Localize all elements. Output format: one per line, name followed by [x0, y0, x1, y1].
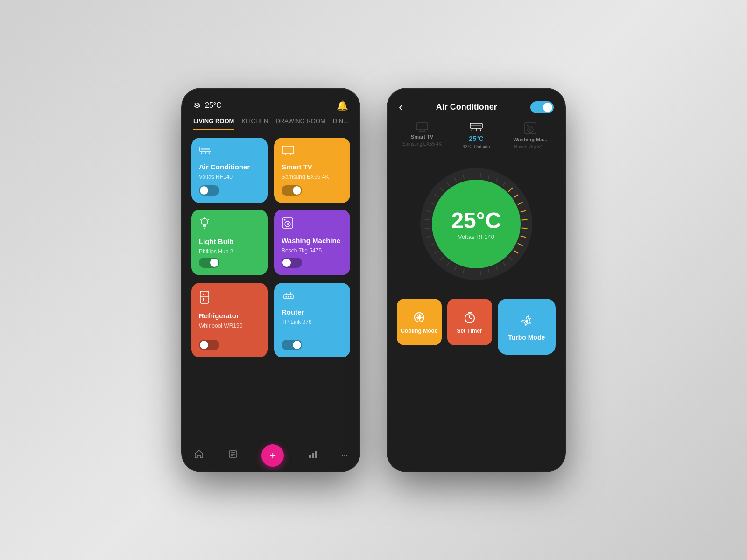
tab-living-room[interactable]: LIVING ROOM [193, 118, 234, 130]
fridge-name: Refrigerator [199, 312, 260, 320]
router-name: Router [282, 308, 343, 316]
page-title: Air Conditioner [436, 102, 497, 112]
nav-stats-icon[interactable] [308, 449, 318, 462]
bulb-toggle[interactable] [199, 258, 219, 268]
mini-device-ac[interactable]: 25°C 42°C Outside [449, 122, 503, 149]
weather-display: ❄ 25°C [193, 100, 222, 111]
svg-rect-4 [201, 148, 210, 150]
router-icon [282, 290, 343, 303]
svg-rect-35 [312, 453, 314, 458]
svg-point-95 [525, 320, 528, 323]
device-card-washing[interactable]: Washing Machine Bosch 7kg 5475 [274, 210, 350, 275]
thermostat-outer[interactable]: 25°C Voltas RF140 [420, 168, 532, 280]
bottom-devices: Refrigerator Whirlpool WR190 [182, 283, 359, 357]
washing-toggle[interactable] [282, 258, 302, 268]
svg-line-53 [521, 211, 526, 212]
tab-drawing-room[interactable]: DRAWING ROOM [275, 118, 325, 130]
svg-point-48 [529, 129, 531, 131]
svg-line-1 [201, 152, 202, 154]
svg-rect-37 [416, 123, 428, 130]
ac-model: Voltas RF140 [199, 174, 260, 180]
timer-mode-button[interactable]: Set Timer [447, 299, 492, 345]
mini-tv-sub: Samsung EX55 4K [402, 141, 442, 147]
bulb-name: Light Bulb [199, 238, 260, 245]
left-header: ❄ 25°C 🔔 [182, 89, 359, 116]
tv-model: Samsung EX55 4K [282, 174, 343, 180]
fridge-icon [199, 290, 260, 307]
bulb-model: Phillips Hue 2 [199, 248, 260, 255]
device-card-fridge[interactable]: Refrigerator Whirlpool WR190 [191, 283, 268, 357]
svg-line-81 [472, 173, 472, 177]
turbo-mode-label: Turbo Mode [508, 334, 545, 341]
svg-line-79 [455, 177, 457, 182]
svg-point-19 [284, 219, 286, 221]
tv-toggle[interactable] [282, 185, 302, 196]
svg-line-69 [434, 251, 438, 253]
cooling-mode-label: Cooling Mode [401, 328, 437, 334]
svg-line-62 [488, 269, 490, 274]
svg-rect-36 [315, 451, 317, 458]
svg-line-82 [480, 173, 481, 177]
mini-ac-temp: 25°C [469, 135, 483, 142]
svg-line-71 [427, 236, 431, 238]
svg-line-73 [425, 219, 430, 220]
nav-list-icon[interactable] [228, 449, 238, 462]
svg-line-55 [522, 228, 528, 229]
svg-rect-45 [471, 125, 481, 126]
svg-line-63 [480, 271, 481, 275]
device-card-ac[interactable]: Air Conditioner Voltas RF140 [191, 138, 268, 203]
svg-line-65 [463, 269, 465, 274]
bulb-icon [199, 217, 260, 233]
mini-washing-name: Washing Ma... [514, 137, 548, 142]
ac-name: Air Conditioner [199, 163, 260, 171]
mini-device-tv[interactable]: Smart TV Samsung EX55 4K [395, 122, 449, 149]
temperature-display: 25°C [205, 101, 222, 110]
svg-line-67 [447, 262, 450, 266]
device-card-router[interactable]: Router TP-Link 878 [274, 283, 350, 357]
nav-more-icon[interactable]: ··· [341, 451, 347, 460]
router-toggle[interactable] [282, 340, 302, 350]
svg-line-56 [521, 236, 526, 237]
mini-device-washing[interactable]: Washing Ma... Bosch 7kg 54... [503, 122, 557, 149]
svg-line-51 [514, 195, 518, 198]
back-button[interactable]: ‹ [399, 100, 403, 114]
tv-name: Smart TV [282, 163, 343, 171]
room-tabs: LIVING ROOM KITCHEN DRAWING ROOM DIN... [182, 118, 359, 130]
device-card-bulb[interactable]: Light Bulb Phillips Hue 2 [191, 210, 268, 275]
svg-line-80 [463, 175, 465, 179]
fridge-model: Whirlpool WR190 [199, 322, 260, 329]
svg-line-72 [425, 228, 430, 229]
ac-toggle[interactable] [199, 185, 219, 196]
turbo-mode-button[interactable]: Turbo Mode [498, 299, 556, 355]
svg-point-25 [286, 296, 287, 298]
svg-line-85 [503, 182, 506, 186]
cooling-mode-button[interactable]: Cooling Mode [397, 299, 442, 345]
svg-line-60 [503, 262, 506, 266]
fridge-toggle[interactable] [199, 340, 219, 350]
washing-model: Bosch 7kg 5475 [282, 247, 343, 254]
svg-rect-5 [282, 146, 294, 154]
power-toggle[interactable] [530, 101, 554, 113]
svg-line-68 [440, 257, 443, 260]
svg-rect-34 [309, 455, 311, 458]
tab-kitchen[interactable]: KITCHEN [241, 118, 268, 130]
tab-dining[interactable]: DIN... [333, 118, 348, 130]
svg-point-47 [528, 127, 533, 133]
svg-line-57 [518, 243, 523, 245]
svg-line-52 [518, 203, 523, 205]
right-phone: ‹ Air Conditioner Smart TV Samsung EX55 … [388, 89, 565, 471]
nav-home-icon[interactable] [194, 449, 204, 462]
svg-line-14 [200, 219, 201, 220]
nav-add-button[interactable]: + [261, 444, 284, 467]
mini-devices-row: Smart TV Samsung EX55 4K 25°C 42°C Outsi… [388, 122, 565, 159]
svg-line-75 [430, 203, 434, 204]
device-card-tv[interactable]: Smart TV Samsung EX55 4K [274, 138, 350, 203]
devices-grid: Air Conditioner Voltas RF140 Smart TV [182, 130, 359, 283]
svg-line-83 [488, 175, 490, 179]
washing-name: Washing Machine [282, 237, 343, 245]
svg-line-77 [440, 188, 443, 191]
notification-bell-icon[interactable]: 🔔 [337, 100, 348, 111]
svg-point-27 [290, 296, 292, 298]
svg-line-84 [496, 177, 498, 182]
washing-icon [282, 217, 343, 232]
